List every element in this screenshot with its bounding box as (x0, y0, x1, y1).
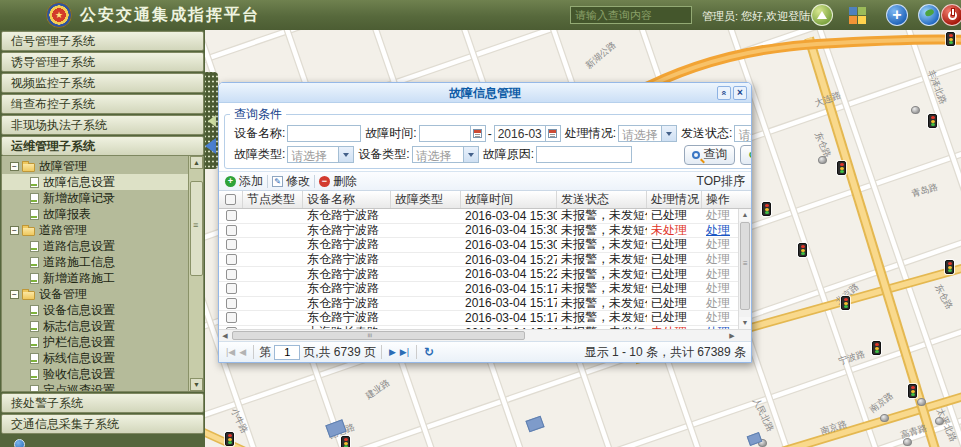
tree-item[interactable]: 设备信息设置 (2, 302, 188, 318)
row-checkbox[interactable] (226, 239, 237, 250)
global-search-input[interactable] (570, 6, 692, 24)
scroll-left-icon[interactable]: ◀ (219, 330, 231, 341)
send-status-select[interactable]: 请选择 (734, 125, 751, 142)
row-checkbox[interactable] (226, 269, 237, 280)
traffic-light-icon[interactable] (798, 243, 807, 257)
power-icon[interactable] (941, 4, 961, 26)
sidebar-item-operations[interactable]: 运维管理子系统 (1, 136, 204, 156)
traffic-light-icon[interactable] (837, 161, 846, 175)
camera-icon[interactable] (935, 417, 944, 425)
tree-item[interactable]: 验收信息设置 (2, 366, 188, 382)
pan-left-icon[interactable] (205, 138, 216, 154)
recycle-icon[interactable] (811, 4, 833, 26)
camera-icon[interactable] (917, 398, 926, 406)
first-page-button[interactable]: |◀ (226, 347, 235, 357)
chevron-down-icon[interactable] (463, 147, 478, 162)
tree-item[interactable]: 定点巡查设置 (2, 382, 188, 392)
prev-page-button[interactable]: ◀ (239, 347, 246, 357)
grid-horizontal-scrollbar[interactable]: ◀ ▶ (219, 329, 751, 341)
calendar-icon[interactable] (471, 125, 486, 142)
fault-time-to-input[interactable] (494, 125, 546, 142)
collapse-icon[interactable]: « (717, 86, 731, 100)
col-node-type[interactable]: 节点类型 (243, 191, 303, 208)
col-send-status[interactable]: 发送状态 (557, 191, 647, 208)
row-checkbox[interactable] (226, 312, 237, 323)
add-icon[interactable]: + (886, 4, 908, 26)
traffic-light-icon[interactable] (928, 114, 937, 128)
fault-reason-input[interactable] (536, 146, 632, 163)
row-checkbox[interactable] (226, 225, 237, 236)
next-page-button[interactable]: ▶ (389, 347, 396, 357)
fault-type-select[interactable]: 请选择 (287, 146, 354, 163)
sidebar-item-alarm[interactable]: 接处警子系统 (1, 393, 204, 413)
refresh-icon[interactable]: ↻ (424, 345, 434, 359)
scroll-down-icon[interactable]: ▼ (190, 378, 203, 391)
handle-status-select[interactable]: 请选择 (618, 125, 677, 142)
traffic-light-icon[interactable] (341, 436, 350, 447)
scrollbar-thumb[interactable] (232, 331, 525, 340)
device-type-select[interactable]: 请选择 (412, 146, 479, 163)
traffic-light-icon[interactable] (762, 202, 771, 216)
traffic-light-icon[interactable] (908, 384, 917, 398)
traffic-light-icon[interactable] (945, 260, 954, 274)
close-icon[interactable]: × (733, 86, 747, 100)
select-all-checkbox[interactable] (225, 194, 236, 205)
delete-button[interactable]: − 删除 (319, 173, 357, 190)
scroll-right-icon[interactable]: ▶ (726, 330, 738, 341)
traffic-light-icon[interactable] (946, 32, 955, 46)
tree-folder[interactable]: −故障管理 (2, 158, 188, 174)
tree-toggle-icon[interactable]: − (10, 162, 19, 171)
tree-item[interactable]: 新增道路施工 (2, 270, 188, 286)
scroll-down-icon[interactable]: ▼ (739, 317, 751, 329)
sidebar-item-video[interactable]: 视频监控子系统 (1, 73, 204, 93)
tree-item[interactable]: 护栏信息设置 (2, 334, 188, 350)
row-checkbox[interactable] (226, 210, 237, 221)
col-fault-time[interactable]: 故障时间 (461, 191, 557, 208)
search-button[interactable]: 查询 (684, 145, 735, 165)
sidebar-collapse-handle[interactable] (205, 72, 218, 169)
tree-scrollbar[interactable]: ▲ ▼ (188, 156, 203, 391)
col-handle-status[interactable]: 处理情况 (647, 191, 702, 208)
sidebar-item-enforcement[interactable]: 非现场执法子系统 (1, 115, 204, 135)
traffic-light-icon[interactable] (225, 432, 234, 446)
row-checkbox[interactable] (226, 254, 237, 265)
edit-button[interactable]: ✎ 修改 (272, 173, 310, 190)
sidebar-item-guidance[interactable]: 诱导管理子系统 (1, 52, 204, 72)
grid-vertical-scrollbar[interactable]: ▲ ▼ (738, 209, 751, 329)
apps-grid-icon[interactable] (849, 7, 866, 24)
sidebar-item-patrol[interactable]: 缉查布控子系统 (1, 94, 204, 114)
scroll-up-icon[interactable]: ▲ (190, 156, 203, 169)
tree-item[interactable]: 道路施工信息 (2, 254, 188, 270)
top-sort-button[interactable]: TOP排序 (697, 173, 745, 190)
tree-item[interactable]: 故障信息设置 (2, 174, 188, 190)
traffic-light-icon[interactable] (841, 296, 850, 310)
tree-item[interactable]: 标志信息设置 (2, 318, 188, 334)
tree-folder[interactable]: −设备管理 (2, 286, 188, 302)
tree-item[interactable]: 故障报表 (2, 206, 188, 222)
camera-icon[interactable] (911, 106, 920, 114)
fault-time-from-input[interactable] (419, 125, 471, 142)
col-fault-type[interactable]: 故障类型 (391, 191, 461, 208)
tree-toggle-icon[interactable]: − (10, 290, 19, 299)
col-operation[interactable]: 操作 (702, 191, 738, 208)
tree-item[interactable]: 新增故障记录 (2, 190, 188, 206)
sidebar-item-traffic-collect[interactable]: 交通信息采集子系统 (1, 414, 204, 434)
camera-icon[interactable] (880, 414, 889, 422)
camera-icon[interactable] (818, 156, 827, 164)
row-checkbox[interactable] (226, 283, 237, 294)
last-page-button[interactable]: ▶| (400, 347, 409, 357)
traffic-light-icon[interactable] (872, 341, 881, 355)
camera-icon[interactable] (903, 438, 912, 446)
tree-toggle-icon[interactable]: − (10, 226, 19, 235)
dialog-titlebar[interactable]: 故障信息管理 « × (219, 83, 751, 103)
chevron-down-icon[interactable] (661, 126, 676, 141)
sidebar-item-signal[interactable]: 信号管理子系统 (1, 31, 204, 51)
tree-folder[interactable]: −道路管理 (2, 222, 188, 238)
tree-item[interactable]: 标线信息设置 (2, 350, 188, 366)
calendar-icon[interactable] (546, 125, 561, 142)
globe-icon[interactable] (918, 4, 940, 26)
chevron-down-icon[interactable] (338, 147, 353, 162)
scrollbar-thumb[interactable] (190, 181, 203, 276)
clear-button[interactable]: ↺ 清除 (740, 145, 751, 165)
device-name-input[interactable] (287, 125, 361, 142)
